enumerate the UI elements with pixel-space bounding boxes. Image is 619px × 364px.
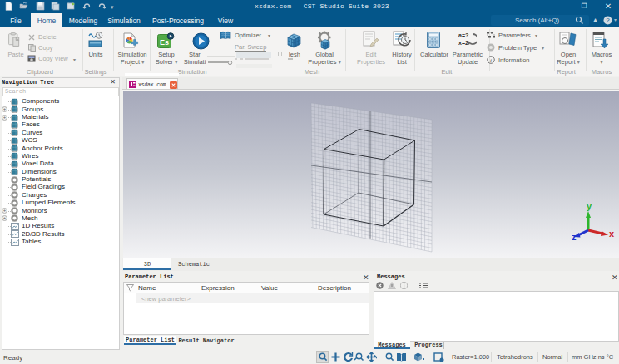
svg-text:a=?: a=? [458,32,468,38]
svg-text:i: i [490,57,492,64]
svg-text:z: z [572,232,577,242]
svg-text:?: ? [606,17,610,24]
svg-text:x=2: x=2 [458,40,468,46]
svg-text:y: y [587,201,592,211]
svg-text:Es: Es [160,38,169,47]
svg-text:x: x [609,229,615,239]
